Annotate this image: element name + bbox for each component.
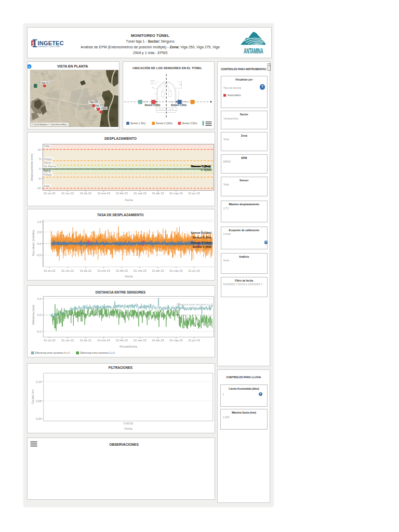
svg-text:0: 0 [39,167,41,170]
svg-text:01 nov 22: 01 nov 22 [61,269,74,272]
svg-text:-10: -10 [37,187,41,190]
svg-text:5m(10l): 5m(10l) [143,101,148,103]
svg-text:Sensor 1 (5m): Sensor 1 (5m) [192,245,211,248]
svg-text:Alerta: Alerta [44,161,51,164]
svg-text:Sensor 2 (10m): Sensor 2 (10m) [191,231,211,234]
svg-text:Diferencia (mm): Diferencia (mm) [32,304,35,325]
svg-text:Sensor 1 (5m): Sensor 1 (5m) [191,165,210,168]
svg-text:01 abr 23: 01 abr 23 [152,192,164,195]
svg-text:01 ene 23: 01 ene 23 [98,339,110,342]
svg-text:Diferencia entre sensores 4 y: Diferencia entre sensores 4 y 3 [177,302,212,305]
svg-text:-0,2: -0,2 [36,329,41,332]
svg-text:5143: 5143 [150,80,154,82]
svg-text:Túnel faja 1 - Sector: Ninguno: Túnel faja 1 - Sector: Ninguno [126,39,175,44]
svg-text:01 nov 22: 01 nov 22 [61,339,74,342]
svg-text:0,0: 0,0 [37,242,41,245]
svg-text:© 2024 Mapbox © OpenStreetMap: © 2024 Mapbox © OpenStreetMap [32,123,67,126]
svg-text:01 dic 22: 01 dic 22 [80,192,91,195]
svg-text:4.90: 4.90 [150,83,153,85]
svg-text:01 oct 22: 01 oct 22 [44,339,55,342]
svg-text:Falla: Falla [44,184,49,188]
svg-text:MONITOREO TÚNEL: MONITOREO TÚNEL [131,33,169,38]
svg-text:S. 4(10m): S. 4(10m) [201,169,212,171]
svg-text:Sensor 1 (5m): Sensor 1 (5m) [170,104,186,107]
svg-text:TASA DE DESPLAZAMIENTO: TASA DE DESPLAZAMIENTO [97,212,144,216]
svg-text:h1: h1 [152,87,154,89]
svg-text:01 jun 23: 01 jun 23 [189,269,200,272]
svg-text:Sensor 2 (10m): Sensor 2 (10m) [156,122,172,125]
svg-text:No Alarma: No Alarma [44,165,56,168]
svg-text:INGETEC: INGETEC [38,40,64,46]
svg-text:Peligro: Peligro [44,173,52,176]
svg-text:-0,5: -0,5 [36,254,41,257]
svg-text:Fecha: Fecha [124,427,132,430]
svg-text:Sensor 1 (5m): Sensor 1 (5m) [130,122,146,125]
svg-text:01 mar 23: 01 mar 23 [134,192,146,195]
svg-text:5: 5 [39,157,41,161]
svg-text:Fecha: Fecha [125,198,133,202]
svg-text:R5: R5 [179,84,181,86]
svg-text:-5: -5 [38,177,41,180]
svg-text:Sensor 3 (5m): Sensor 3 (5m) [192,236,211,239]
svg-text:01 jun 23: 01 jun 23 [189,192,200,195]
svg-text:OBSERVACIONES: OBSERVACIONES [109,442,139,446]
svg-text:Tasa despl. (mm/día): Tasa despl. (mm/día) [32,230,35,256]
svg-text:ANTAMINA: ANTAMINA [244,47,263,55]
svg-text:01 nov 22: 01 nov 22 [61,192,74,195]
svg-text:01 may 23: 01 may 23 [169,269,182,272]
svg-text:Sensor 4 (10m): Sensor 4 (10m) [191,241,211,244]
svg-text:DISTANCIA ENTRE SENSORES: DISTANCIA ENTRE SENSORES [96,290,146,294]
svg-text:10: 10 [37,148,41,151]
svg-text:Viga 250: Viga 250 [89,101,99,103]
svg-text:01 feb 23: 01 feb 23 [116,339,127,342]
svg-text:01 may 23: 01 may 23 [169,339,182,342]
svg-text:PeriodoFecha: PeriodoFecha [119,345,137,348]
svg-text:Sensor 3 (5m): Sensor 3 (5m) [144,104,160,107]
svg-text:Fecha: Fecha [125,275,133,278]
svg-text:Diferencia entre sensores 4 y: Diferencia entre sensores 4 y 3 [35,352,70,354]
svg-text:01 may 23: 01 may 23 [169,192,182,195]
svg-text:01 mar 23: 01 mar 23 [134,269,146,272]
svg-text:VISTA EN PLANTA: VISTA EN PLANTA [57,64,88,68]
svg-text:Diferencia entre sensores 2 y: Diferencia entre sensores 2 y 3 [80,352,115,354]
svg-text:0,2: 0,2 [37,297,42,300]
svg-text:0,05: 0,05 [36,400,42,403]
svg-text:0,10: 0,10 [36,380,42,383]
svg-text:Viga 31: Viga 31 [41,82,49,84]
svg-text:0,00: 0,00 [36,417,42,420]
svg-text:Análisis de EPM (Extensómetros: Análisis de EPM (Extensómetros de posici… [81,45,220,49]
svg-text:01 oct 22: 01 oct 22 [44,269,55,272]
svg-text:1,0: 1,0 [37,220,41,223]
svg-text:01 abr 23: 01 abr 23 [152,269,164,272]
svg-text:FILTRACIONES: FILTRACIONES [109,366,132,369]
svg-text:Falla: Falla [44,144,49,148]
svg-text:01 ene 23: 01 ene 23 [98,269,110,272]
svg-text:Sensor 3 (5m): Sensor 3 (5m) [182,122,197,125]
svg-text:01 feb 23: 01 feb 23 [116,269,127,272]
svg-text:01 oct 22: 01 oct 22 [44,192,55,195]
svg-text:0,0: 0,0 [37,313,42,316]
svg-text:01 abr 23: 01 abr 23 [152,339,164,342]
svg-text:Desplazamiento (mm): Desplazamiento (mm) [30,153,33,181]
svg-text:nueve m.: nueve m. [43,169,51,171]
svg-text:Peligro: Peligro [44,157,52,161]
svg-text:290A y 1 más - EPM3: 290A y 1 más - EPM3 [133,51,168,55]
svg-text:01 dic 22: 01 dic 22 [80,339,91,342]
svg-text:UBICACIÓN DE LOS SENSORES EN E: UBICACIÓN DE LOS SENSORES EN EL TÚNEL [132,66,202,70]
svg-text:0:00:00: 0:00:00 [124,422,133,425]
svg-text:01 dic 22: 01 dic 22 [80,269,91,272]
svg-text:01 feb 23: 01 feb 23 [116,192,127,195]
svg-text:01 ene 23: 01 ene 23 [98,192,110,195]
svg-text:DESPLAZAMIENTO: DESPLAZAMIENTO [104,137,137,140]
svg-text:-5m: -5m [170,101,173,103]
svg-text:0,5: 0,5 [37,230,41,233]
svg-text:i: i [29,65,30,69]
svg-text:01 jun 23: 01 jun 23 [189,339,200,342]
svg-text:Caudal L/m: Caudal L/m [31,390,34,404]
svg-text:5m(10l): 5m(10l) [182,101,188,103]
svg-text:01 mar 23: 01 mar 23 [134,339,146,342]
svg-text:INGENIEROS CONSULTORES: INGENIEROS CONSULTORES [38,46,60,48]
